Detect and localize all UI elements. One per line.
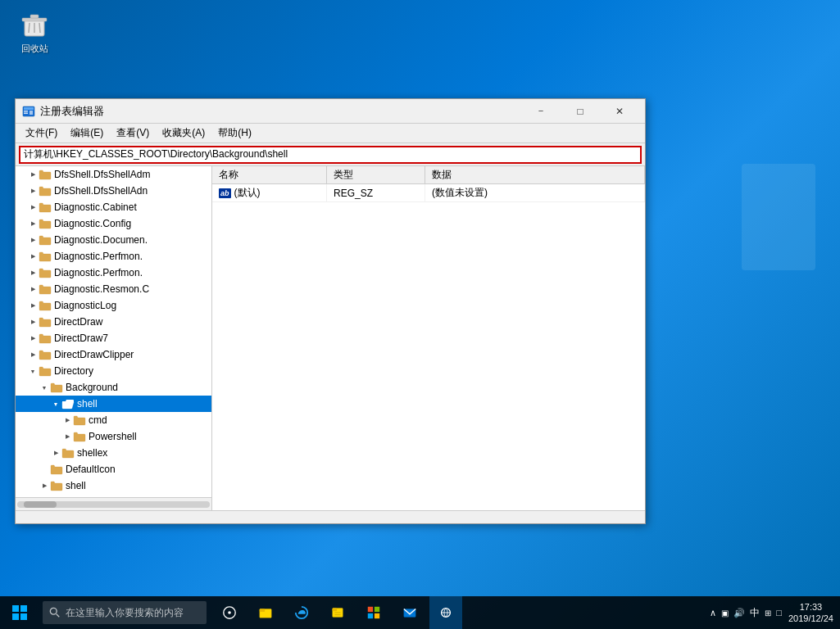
tree-item-defaulticon[interactable]: DefaultIcon (16, 461, 211, 477)
menu-edit[interactable]: 编辑(E) (64, 124, 110, 143)
folder-icon (39, 267, 52, 278)
expand-icon[interactable] (27, 283, 39, 295)
folder-icon (39, 201, 52, 213)
tree-item-directdrawclipper[interactable]: DirectDrawClipper (16, 346, 211, 363)
scroll-thumb[interactable] (24, 501, 57, 508)
file-manager-button[interactable] (321, 596, 354, 629)
store-button[interactable] (357, 596, 390, 629)
menu-file[interactable]: 文件(F) (19, 124, 64, 143)
svg-line-5 (39, 23, 40, 33)
tree-item-diagnostic-cabinet[interactable]: Diagnostic.Cabinet (16, 199, 211, 215)
tree-item-dfsshelladn[interactable]: DfsShell.DfsShellAdn (16, 183, 211, 199)
folder-icon (50, 382, 63, 393)
folder-icon (39, 234, 52, 246)
tree-item-diagnosticlog[interactable]: DiagnosticLog (16, 297, 211, 314)
folder-icon (39, 218, 52, 229)
expand-icon[interactable] (27, 169, 39, 180)
window-title: 注册表编辑器 (40, 104, 522, 119)
svg-rect-10 (30, 111, 33, 115)
svg-rect-28 (375, 613, 379, 618)
expand-icon[interactable] (27, 185, 39, 197)
folder-icon (39, 300, 52, 311)
tree-item-shell-dir[interactable]: shell (16, 477, 211, 494)
svg-line-16 (57, 614, 60, 618)
registry-value-row[interactable]: ab (默认) REG_SZ (数值未设置) (212, 184, 645, 202)
tray-arrow[interactable]: ∧ (710, 608, 716, 618)
svg-rect-8 (24, 111, 28, 112)
expand-icon[interactable] (50, 398, 61, 410)
system-tray: ∧ ▣ 🔊 中 ⊞ □ (710, 606, 782, 620)
expand-icon[interactable] (39, 480, 50, 491)
tree-item-cmd[interactable]: cmd (16, 412, 211, 428)
tree-item-powershell[interactable]: Powershell (16, 428, 211, 445)
tree-item-directory[interactable]: Directory (16, 363, 211, 379)
maximize-button[interactable]: □ (561, 99, 599, 124)
taskview-button[interactable] (213, 596, 246, 629)
tree-item-directdraw7[interactable]: DirectDraw7 (16, 330, 211, 346)
folder-icon (73, 414, 86, 426)
col-data: 数据 (425, 166, 645, 183)
folder-icon (39, 349, 52, 360)
tree-item-shellex[interactable]: shellex (16, 445, 211, 461)
expand-icon[interactable] (27, 218, 39, 229)
expand-icon[interactable] (61, 414, 73, 426)
window-titlebar: 注册表编辑器 － □ ✕ (16, 99, 645, 124)
tree-item-diagnostic-config[interactable]: Diagnostic.Config (16, 215, 211, 232)
tree-item-diagnostic-document[interactable]: Diagnostic.Documen. (16, 232, 211, 248)
tray-keyboard[interactable]: ⊞ (765, 609, 771, 618)
mail-button[interactable] (393, 596, 426, 629)
tray-volume-icon[interactable]: 🔊 (733, 608, 745, 618)
network-button[interactable] (429, 596, 462, 629)
expand-icon[interactable] (27, 300, 39, 311)
recycle-bin-icon[interactable]: 回收站 (10, 10, 59, 55)
value-data-cell: (数值未设置) (425, 184, 645, 201)
svg-rect-14 (20, 613, 27, 620)
taskbar-search[interactable]: 在这里输入你要搜索的内容 (43, 601, 207, 624)
expand-icon[interactable] (39, 382, 50, 393)
svg-rect-12 (20, 605, 27, 612)
expand-icon[interactable] (61, 431, 73, 442)
start-button[interactable] (0, 596, 39, 629)
expand-icon[interactable] (50, 447, 61, 459)
tree-item-diagnostic-perfmon2[interactable]: Diagnostic.Perfmon. (16, 265, 211, 281)
edge-button[interactable] (285, 596, 318, 629)
tree-hscroll[interactable] (16, 497, 211, 510)
expand-icon[interactable] (27, 349, 39, 360)
expand-icon[interactable] (27, 316, 39, 328)
address-input[interactable] (19, 146, 642, 164)
tree-item-background[interactable]: Background (16, 379, 211, 396)
folder-icon (61, 447, 75, 459)
expand-icon[interactable] (27, 251, 39, 262)
svg-point-15 (50, 608, 57, 614)
tree-item-diagnostic-perfmon1[interactable]: Diagnostic.Perfmon. (16, 248, 211, 265)
tree-item-shell-selected[interactable]: shell (16, 396, 211, 412)
menu-favorites[interactable]: 收藏夹(A) (156, 124, 211, 143)
menu-help[interactable]: 帮助(H) (211, 124, 258, 143)
file-explorer-button[interactable] (249, 596, 282, 629)
desktop: 回收站 注册表编辑器 － □ ✕ (0, 0, 840, 629)
expand-icon[interactable] (27, 267, 39, 278)
folder-icon (39, 169, 52, 180)
expand-icon[interactable] (27, 365, 39, 377)
tray-desktop-icon[interactable]: ▣ (721, 609, 729, 618)
minimize-button[interactable]: － (522, 99, 560, 124)
tree-item-diagnostic-resmon[interactable]: Diagnostic.Resmon.C (16, 281, 211, 297)
regedit-window: 注册表编辑器 － □ ✕ 文件(F) 编辑(E) 查看(V) 收藏夹(A) 帮助… (15, 98, 646, 524)
tree-item-dfsshelladm[interactable]: DfsShell.DfsShellAdm (16, 166, 211, 183)
expand-icon[interactable] (27, 333, 39, 344)
close-button[interactable]: ✕ (601, 99, 638, 124)
search-icon (49, 607, 61, 618)
taskbar-clock[interactable]: 17:33 2019/12/24 (788, 601, 833, 625)
value-name-cell: ab (默认) (212, 184, 327, 201)
ab-icon: ab (219, 188, 231, 198)
svg-line-3 (29, 23, 30, 33)
tree-item-directdraw[interactable]: DirectDraw (16, 314, 211, 330)
recycle-bin-label: 回收站 (21, 43, 48, 55)
folder-icon (39, 316, 52, 328)
expand-icon[interactable] (27, 234, 39, 246)
tray-lang[interactable]: 中 (750, 606, 760, 620)
tray-notification[interactable]: □ (776, 608, 782, 618)
expand-icon[interactable] (27, 201, 39, 213)
menu-view[interactable]: 查看(V) (110, 124, 156, 143)
folder-icon-open (61, 398, 75, 410)
